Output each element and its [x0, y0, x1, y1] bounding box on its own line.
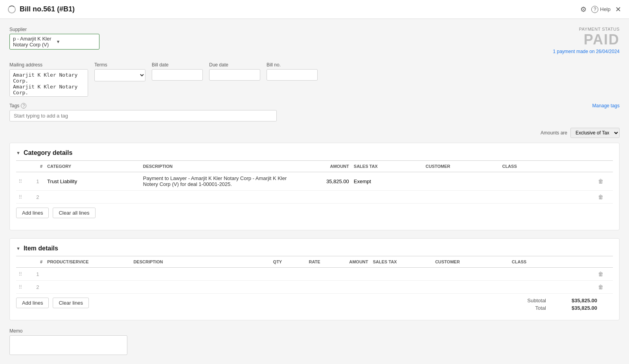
salestax-cell[interactable]: [371, 268, 433, 281]
supplier-section: Supplier p - Amarjit K Kler Notary Corp …: [9, 27, 99, 50]
th-product: PRODUCT/SERVICE: [45, 256, 131, 268]
mailing-address-input[interactable]: Amarjit K Kler Notary Corp. Amarjit K Kl…: [9, 69, 88, 97]
salestax-cell[interactable]: [371, 281, 433, 294]
item-table-row: ⠿ 2 🗑: [16, 281, 613, 294]
customer-cell[interactable]: [433, 281, 509, 294]
delete-row-icon[interactable]: 🗑: [598, 271, 603, 277]
category-table-actions: Add lines Clear all lines: [16, 208, 613, 218]
item-details-section: ▼ Item details # PRODUCT/SERVICE DESCRIP…: [9, 238, 620, 320]
delete-action[interactable]: 🗑: [596, 268, 613, 281]
amounts-are-select[interactable]: Exclusive of Tax Inclusive of Tax Out of…: [570, 128, 620, 138]
product-cell[interactable]: [45, 268, 131, 281]
subtotal-value: $35,825.00: [562, 298, 597, 303]
manage-tags-link[interactable]: Manage tags: [592, 103, 620, 108]
category-section-title: Category details: [24, 149, 72, 156]
customer-cell[interactable]: [423, 191, 500, 204]
settings-icon[interactable]: ⚙: [580, 5, 587, 14]
memo-input[interactable]: [9, 335, 127, 355]
category-details-header: ▼ Category details: [16, 149, 613, 156]
drag-handle[interactable]: ⠿: [16, 172, 31, 191]
qty-cell[interactable]: [256, 281, 284, 294]
due-date-label: Due date: [209, 62, 260, 68]
top-bar: Bill no.561 (#B1) ⚙ ? Help ✕: [0, 0, 629, 19]
delete-row-icon[interactable]: 🗑: [598, 178, 603, 184]
item-clear-all-lines-button[interactable]: Clear lines: [53, 298, 88, 308]
bill-date-field: Bill date 26/04/2024: [152, 62, 203, 97]
close-button[interactable]: ✕: [615, 5, 621, 14]
description-cell[interactable]: [131, 268, 256, 281]
category-table: # CATEGORY DESCRIPTION AMOUNT SALES TAX …: [16, 160, 613, 204]
th-qty: QTY: [256, 256, 284, 268]
due-date-field: Due date 26/04/2024: [209, 62, 260, 97]
salestax-cell[interactable]: [351, 172, 423, 191]
th-description-item: DESCRIPTION: [131, 256, 256, 268]
rate-cell[interactable]: [284, 268, 322, 281]
description-cell[interactable]: [131, 281, 256, 294]
drag-handle[interactable]: ⠿: [16, 268, 31, 281]
mailing-address-field: Mailing address Amarjit K Kler Notary Co…: [9, 62, 88, 97]
customer-cell[interactable]: [423, 172, 500, 191]
th-customer-cat: CUSTOMER: [423, 161, 500, 172]
amount-cell[interactable]: [303, 191, 351, 204]
delete-action[interactable]: 🗑: [596, 191, 613, 204]
th-actions-cat: [596, 161, 613, 172]
due-date-input[interactable]: 26/04/2024: [209, 69, 260, 81]
description-cell[interactable]: Payment to Lawyer - Amarjit K Kler Notar…: [141, 172, 303, 191]
supplier-value: p - Amarjit K Kler Notary Corp (V): [13, 36, 53, 48]
th-salestax-cat: SALES TAX: [351, 161, 423, 172]
tags-row: Tags ? Manage tags: [9, 103, 620, 121]
category-cell[interactable]: [45, 191, 141, 204]
row-num: 2: [31, 281, 45, 294]
payment-note: 1 payment made on 26/04/2024: [553, 49, 620, 54]
delete-action[interactable]: 🗑: [596, 172, 613, 191]
customer-cell[interactable]: [433, 268, 509, 281]
tags-input[interactable]: [9, 110, 277, 121]
supplier-dropdown[interactable]: p - Amarjit K Kler Notary Corp (V) ▼: [9, 34, 99, 50]
totals-section: Subtotal $35,825.00 Total $35,825.00: [527, 298, 613, 311]
category-cell[interactable]: [45, 172, 141, 191]
class-cell[interactable]: [500, 191, 596, 204]
bill-no-field: Bill no. 561 (#B1): [267, 62, 318, 97]
rate-cell[interactable]: [284, 281, 322, 294]
amounts-are-label: Amounts are: [541, 130, 567, 136]
item-table-row: ⠿ 1 🗑: [16, 268, 613, 281]
delete-row-icon[interactable]: 🗑: [598, 284, 603, 290]
drag-handle[interactable]: ⠿: [16, 191, 31, 204]
item-collapse-icon[interactable]: ▼: [16, 246, 20, 251]
category-clear-all-lines-button[interactable]: Clear all lines: [53, 208, 95, 218]
th-rate: RATE: [284, 256, 322, 268]
bill-date-input[interactable]: 26/04/2024: [152, 69, 203, 81]
description-cell[interactable]: [141, 191, 303, 204]
category-collapse-icon[interactable]: ▼: [16, 151, 20, 155]
memo-label: Memo: [9, 328, 620, 334]
supplier-arrow-icon: ▼: [56, 39, 96, 44]
supplier-row: Supplier p - Amarjit K Kler Notary Corp …: [9, 27, 620, 54]
drag-handle[interactable]: ⠿: [16, 281, 31, 294]
amount-cell[interactable]: [323, 268, 371, 281]
bill-no-input[interactable]: 561 (#B1): [267, 69, 318, 81]
product-cell[interactable]: [45, 281, 131, 294]
item-section-title: Item details: [24, 245, 58, 252]
th-num-cat: #: [31, 161, 45, 172]
payment-status-label: PAYMENT STATUS: [553, 27, 620, 31]
class-cell[interactable]: [509, 268, 596, 281]
mailing-address-label: Mailing address: [9, 62, 88, 68]
help-button[interactable]: ? Help: [591, 6, 611, 13]
delete-row-icon[interactable]: 🗑: [598, 194, 603, 200]
class-cell[interactable]: [500, 172, 596, 191]
th-customer-item: CUSTOMER: [433, 256, 509, 268]
qty-cell[interactable]: [256, 268, 284, 281]
row-num: 1: [31, 268, 45, 281]
amount-cell[interactable]: [323, 281, 371, 294]
spinner-icon: [8, 6, 16, 13]
salestax-cell[interactable]: [351, 191, 423, 204]
class-cell[interactable]: [509, 281, 596, 294]
delete-action[interactable]: 🗑: [596, 281, 613, 294]
th-description-cat: DESCRIPTION: [141, 161, 303, 172]
item-add-lines-button[interactable]: Add lines: [16, 298, 49, 308]
terms-select[interactable]: Net 30 Net 60 Due on receipt: [94, 69, 145, 81]
category-add-lines-button[interactable]: Add lines: [16, 208, 49, 218]
payment-note-link[interactable]: 1 payment: [553, 49, 575, 54]
amount-cell[interactable]: [303, 172, 351, 191]
memo-section: Memo: [9, 328, 620, 356]
